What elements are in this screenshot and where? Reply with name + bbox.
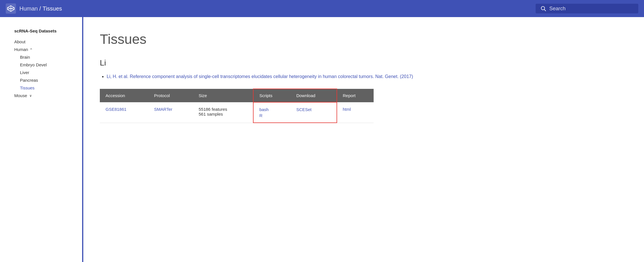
search-bar[interactable]: Search bbox=[536, 4, 638, 13]
scripts-links: bash R bbox=[259, 107, 285, 118]
cell-size: 55186 features 561 samples bbox=[193, 102, 253, 123]
col-header-download: Download bbox=[291, 89, 337, 102]
script-r-link[interactable]: R bbox=[259, 113, 285, 118]
section-title: Li bbox=[100, 58, 627, 67]
accession-link[interactable]: GSE81861 bbox=[106, 107, 126, 112]
sidebar-item-mouse[interactable]: Mouse ∨ bbox=[14, 92, 74, 99]
chevron-down-icon: ∨ bbox=[29, 94, 32, 98]
col-header-scripts: Scripts bbox=[253, 89, 290, 102]
cell-scripts: bash R bbox=[253, 102, 290, 123]
chevron-up-icon: ^ bbox=[30, 48, 32, 52]
reference-item: Li, H. et al. Reference component analys… bbox=[107, 73, 627, 80]
header-left: Human / Tissues bbox=[6, 3, 62, 14]
report-link[interactable]: html bbox=[343, 107, 351, 112]
cell-download: SCESet bbox=[291, 102, 337, 123]
size-line2: 561 samples bbox=[199, 112, 223, 116]
col-header-protocol: Protocol bbox=[148, 89, 193, 102]
download-link[interactable]: SCESet bbox=[296, 107, 311, 112]
col-header-size: Size bbox=[193, 89, 253, 102]
sidebar-item-brain[interactable]: Brain bbox=[14, 53, 74, 61]
sidebar-item-embryo[interactable]: Embryo Devel bbox=[14, 61, 74, 69]
sidebar-item-tissues[interactable]: Tissues bbox=[14, 84, 74, 92]
cell-protocol: SMARTer bbox=[148, 102, 193, 123]
dataset-table: Accession Protocol Size Scripts Download… bbox=[100, 89, 374, 123]
table-row: GSE81861 SMARTer 55186 features 561 samp… bbox=[100, 102, 374, 123]
protocol-link[interactable]: SMARTer bbox=[154, 107, 172, 112]
breadcrumb-parent[interactable]: Human bbox=[19, 5, 38, 12]
breadcrumb: Human / Tissues bbox=[19, 5, 62, 12]
sidebar-item-pancreas[interactable]: Pancreas bbox=[14, 76, 74, 84]
reference-link[interactable]: Li, H. et al. Reference component analys… bbox=[107, 74, 413, 79]
col-header-report: Report bbox=[337, 89, 374, 102]
page-title: Tissues bbox=[100, 31, 627, 47]
breadcrumb-current: Tissues bbox=[42, 5, 62, 12]
app-logo-icon bbox=[6, 3, 16, 14]
svg-line-6 bbox=[544, 9, 546, 11]
search-label: Search bbox=[549, 6, 566, 12]
script-bash-link[interactable]: bash bbox=[259, 107, 285, 112]
table-header-row: Accession Protocol Size Scripts Download… bbox=[100, 89, 374, 102]
breadcrumb-separator: / bbox=[38, 5, 42, 12]
sidebar-item-human[interactable]: Human ^ bbox=[14, 46, 74, 53]
sidebar-title: scRNA-Seq Datasets bbox=[14, 28, 74, 33]
sidebar-item-about[interactable]: About bbox=[14, 38, 74, 46]
cell-accession: GSE81861 bbox=[100, 102, 148, 123]
app-header: Human / Tissues Search bbox=[0, 0, 644, 17]
sidebar-item-liver[interactable]: Liver bbox=[14, 69, 74, 76]
col-header-accession: Accession bbox=[100, 89, 148, 102]
size-line1: 55186 features bbox=[199, 107, 227, 112]
cell-report: html bbox=[337, 102, 374, 123]
main-content: Tissues Li Li, H. et al. Reference compo… bbox=[83, 17, 644, 262]
reference-list: Li, H. et al. Reference component analys… bbox=[100, 73, 627, 80]
sidebar: scRNA-Seq Datasets About Human ^ Brain E… bbox=[0, 17, 83, 262]
search-icon bbox=[540, 5, 546, 12]
page-layout: scRNA-Seq Datasets About Human ^ Brain E… bbox=[0, 17, 644, 262]
